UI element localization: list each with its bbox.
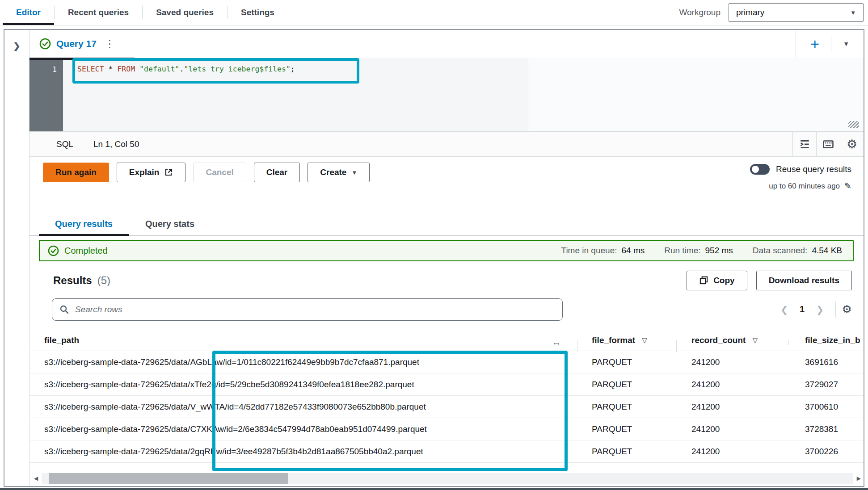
tab-editor[interactable]: Editor — [3, 0, 54, 25]
column-header-file-format[interactable]: file_format ▽ — [577, 335, 676, 345]
column-label: record_count — [691, 335, 746, 345]
tab-query-results[interactable]: Query results — [39, 214, 129, 236]
workgroup-select[interactable]: primary ▼ — [729, 3, 864, 22]
cell-file-format: PARQUET — [577, 447, 676, 456]
athena-query-editor-screen: Editor Recent queries Saved queries Sett… — [0, 0, 868, 490]
download-results-button[interactable]: Download results — [756, 271, 852, 290]
query-stats-summary: Time in queue:64 ms Run time:952 ms Data… — [561, 246, 843, 255]
table-row: s3://iceberg-sample-data-729625/data/xTf… — [29, 373, 864, 396]
scroll-right-icon[interactable]: ▶ — [857, 475, 861, 482]
query-actions-row: Run again Explain Cancel Clear Create ▼ — [29, 157, 864, 214]
table-row: s3://iceberg-sample-data-729625/data/AGb… — [29, 351, 864, 373]
tab-saved-queries[interactable]: Saved queries — [143, 0, 227, 25]
tab-settings[interactable]: Settings — [228, 0, 288, 25]
table-row: s3://iceberg-sample-data-729625/data/V_w… — [29, 396, 864, 418]
cancel-button: Cancel — [193, 163, 246, 182]
results-tabs: Query results Query stats — [29, 214, 864, 236]
clear-button[interactable]: Clear — [254, 163, 300, 182]
kebab-menu-icon[interactable]: ⋮ — [105, 38, 115, 50]
expand-panel-icon[interactable]: ❯ — [13, 41, 21, 50]
editor-resize-handle-icon[interactable] — [848, 121, 859, 128]
filter-icon[interactable]: ▽ — [554, 341, 559, 345]
cell-file-format: PARQUET — [577, 357, 676, 367]
query-tab-title: Query 17 — [56, 38, 97, 49]
column-header-record-count[interactable]: record_count ▽ — [676, 335, 788, 345]
column-header-file-size[interactable]: file_size_in_b — [788, 335, 864, 345]
reuse-results-label: Reuse query results — [776, 164, 851, 174]
tab-list-caret-icon[interactable]: ▼ — [843, 40, 849, 47]
query-tab[interactable]: Query 17 ⋮ — [39, 38, 115, 50]
toggle-knob — [752, 166, 759, 173]
sql-statement: SELECT * FROM "default"."lets_try_iceber… — [77, 65, 864, 73]
cell-file-size: 3700226 — [788, 447, 864, 456]
results-table: file_path ▽ file_format ▽ record_count ▽ — [29, 330, 864, 463]
table-row: s3://iceberg-sample-data-729625/data/2gq… — [29, 440, 864, 463]
gear-icon: ⚙ — [847, 137, 857, 151]
scrollbar-thumb[interactable] — [49, 473, 288, 484]
edit-pencil-icon[interactable]: ✎ — [844, 181, 851, 191]
check-circle-icon — [39, 38, 51, 50]
cell-file-format: PARQUET — [577, 424, 676, 434]
table-header-row: file_path ▽ file_format ▽ record_count ▽ — [29, 330, 864, 351]
cell-file-size: 3700610 — [788, 402, 864, 412]
stat-value: 4.54 KB — [812, 246, 842, 255]
new-query-tab-button[interactable]: + — [810, 36, 819, 51]
stat-label: Time in queue: — [561, 246, 617, 255]
filter-icon[interactable]: ▽ — [752, 336, 758, 344]
search-rows-input[interactable] — [75, 305, 555, 314]
code-area[interactable]: SELECT * FROM "default"."lets_try_iceber… — [63, 58, 864, 131]
filter-icon[interactable]: ▽ — [642, 336, 647, 344]
query-tab-bar: Query 17 ⋮ + ▼ — [29, 30, 864, 58]
cell-record-count: 241200 — [676, 402, 788, 412]
editor-settings-button[interactable]: ⚙ — [840, 132, 864, 156]
editor-status-bar: SQL Ln 1, Col 50 — [29, 131, 864, 157]
sql-editor: 1 SELECT * FROM "default"."lets_try_iceb… — [29, 58, 864, 131]
next-page-button[interactable]: ❯ — [811, 304, 829, 315]
keyboard-shortcuts-button[interactable] — [816, 132, 840, 156]
cell-file-path: s3://iceberg-sample-data-729625/data/xTf… — [29, 380, 577, 389]
check-circle-icon — [48, 245, 59, 256]
create-button[interactable]: Create ▼ — [308, 163, 370, 182]
workgroup-label: Workgroup — [679, 8, 721, 17]
explain-button[interactable]: Explain — [117, 163, 186, 182]
cursor-position: Ln 1, Col 50 — [93, 139, 139, 149]
search-icon — [59, 305, 69, 314]
table-row: s3://iceberg-sample-data-729625/data/C7X… — [29, 418, 864, 440]
top-navigation: Editor Recent queries Saved queries Sett… — [0, 0, 868, 25]
reuse-results-toggle[interactable] — [750, 164, 770, 175]
cell-record-count: 241200 — [676, 424, 788, 434]
cell-file-format: PARQUET — [577, 380, 676, 389]
copy-button[interactable]: Copy — [687, 271, 747, 290]
stat-value: 952 ms — [705, 246, 733, 255]
column-header-file-path[interactable]: file_path ▽ — [29, 335, 577, 345]
status-bar-icons: ⚙ — [792, 132, 864, 156]
status-completed: Completed — [64, 246, 108, 256]
reuse-results-duration: up to 60 minutes ago — [769, 182, 840, 191]
query-buttons: Run again Explain Cancel Clear Create ▼ — [43, 163, 864, 182]
format-icon — [799, 138, 810, 150]
keyboard-icon — [822, 138, 834, 151]
cell-file-path: s3://iceberg-sample-data-729625/data/C7X… — [29, 424, 577, 434]
current-page-number[interactable]: 1 — [793, 304, 811, 314]
previous-page-button[interactable]: ❮ — [775, 304, 793, 315]
scroll-left-icon[interactable]: ◀ — [34, 475, 38, 482]
cell-record-count: 241200 — [676, 357, 788, 367]
divider — [676, 340, 677, 352]
results-toolbar: ❮ 1 ❯ ⚙ — [52, 297, 852, 322]
caret-down-icon: ▼ — [351, 169, 357, 176]
window-bottom-edge — [0, 488, 868, 490]
tab-recent-queries[interactable]: Recent queries — [55, 0, 142, 25]
cell-file-path: s3://iceberg-sample-data-729625/data/2gq… — [29, 447, 577, 456]
scrollbar-track[interactable] — [42, 473, 853, 484]
cell-record-count: 241200 — [676, 447, 788, 456]
caret-down-icon: ▼ — [850, 9, 856, 16]
tab-query-stats[interactable]: Query stats — [129, 214, 211, 236]
table-settings-gear-icon[interactable]: ⚙ — [842, 303, 852, 316]
pagination: ❮ 1 ❯ ⚙ — [775, 302, 852, 318]
format-query-button[interactable] — [792, 132, 816, 156]
run-again-button[interactable]: Run again — [43, 163, 109, 182]
cell-file-format: PARQUET — [577, 402, 676, 412]
results-title: Results — [53, 274, 92, 287]
create-label: Create — [320, 168, 346, 177]
column-label: file_size_in_b — [805, 335, 860, 345]
